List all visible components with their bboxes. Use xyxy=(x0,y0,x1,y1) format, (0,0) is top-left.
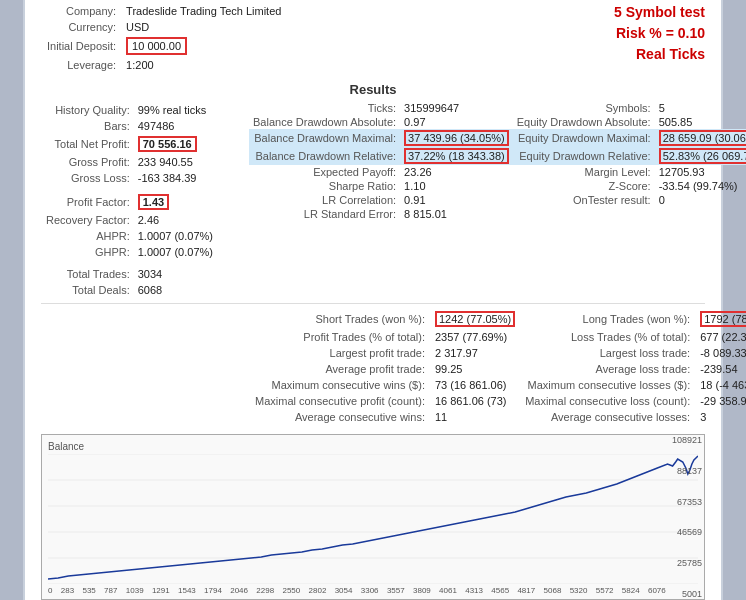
x-label-0: 0 xyxy=(48,586,52,595)
x-label-22: 5572 xyxy=(596,586,614,595)
ahpr-value: 1.0007 (0.07%) xyxy=(135,229,216,243)
bars-value: 497486 xyxy=(135,119,216,133)
x-label-17: 4313 xyxy=(465,586,483,595)
profit-factor-box: 1.43 xyxy=(138,194,169,210)
chart-label: Balance xyxy=(48,441,698,452)
ahpr-label: AHPR: xyxy=(43,229,133,243)
bal-dd-rel-value: 37.22% (18 343.38) xyxy=(400,147,513,165)
gross-profit-value: 233 940.55 xyxy=(135,155,216,169)
ghpr-label: GHPR: xyxy=(43,245,133,259)
avg-consec-losses-label: Average consecutive losses: xyxy=(521,410,694,424)
x-label-9: 2298 xyxy=(256,586,274,595)
eq-dd-rel-box: 52.83% (26 069.75) xyxy=(659,148,746,164)
bars-label: Bars: xyxy=(43,119,133,133)
bal-dd-max-box: 37 439.96 (34.05%) xyxy=(404,130,509,146)
x-label-1: 283 xyxy=(61,586,74,595)
ontester-label: OnTester result: xyxy=(513,193,655,207)
recovery-factor-value: 2.46 xyxy=(135,213,216,227)
max-consec-wins-label: Maximum consecutive wins ($): xyxy=(251,378,429,392)
total-net-profit-label: Total Net Profit: xyxy=(43,135,133,153)
balance-line xyxy=(48,456,698,579)
avg-profit-label: Average profit trade: xyxy=(251,362,429,376)
lr-stderr-label: LR Standard Error: xyxy=(249,207,400,221)
maximal-loss-value: -29 358.99 (6) xyxy=(696,394,746,408)
deposit-label: Initial Deposit: xyxy=(43,36,120,56)
total-trades-label: Total Trades: xyxy=(43,267,133,281)
x-label-18: 4565 xyxy=(491,586,509,595)
x-label-7: 1794 xyxy=(204,586,222,595)
divider1 xyxy=(41,303,705,304)
total-trades-value: 3034 xyxy=(135,267,216,281)
x-label-12: 3054 xyxy=(335,586,353,595)
expected-payoff-value: 23.26 xyxy=(400,165,513,179)
eq-dd-max-box: 28 659.09 (30.06%) xyxy=(659,130,746,146)
avg-profit-value: 99.25 xyxy=(431,362,519,376)
eq-dd-max-value: 28 659.09 (30.06%) xyxy=(655,129,746,147)
x-label-5: 1291 xyxy=(152,586,170,595)
bal-dd-abs-value: 0.97 xyxy=(400,115,513,129)
profit-factor-label: Profit Factor: xyxy=(43,193,133,211)
company-info: Company: Tradeslide Trading Tech Limited… xyxy=(41,2,287,74)
trades-right: Short Trades (won %): 1242 (77.05%) Long… xyxy=(249,308,746,426)
symbols-label: Symbols: xyxy=(513,101,655,115)
gross-loss-label: Gross Loss: xyxy=(43,171,133,185)
stats-section: History Quality: 99% real ticks Bars: 49… xyxy=(41,101,705,299)
short-trades-value: 1242 (77.05%) xyxy=(431,310,519,328)
y-label-3: 46569 xyxy=(654,527,702,537)
avg-consec-wins-value: 11 xyxy=(431,410,519,424)
ontester-value: 0 xyxy=(655,193,746,207)
currency-label: Currency: xyxy=(43,20,120,34)
lr-corr-label: LR Correlation: xyxy=(249,193,400,207)
largest-loss-value: -8 089.33 xyxy=(696,346,746,360)
total-net-profit-value: 70 556.16 xyxy=(135,135,216,153)
y-label-2: 67353 xyxy=(654,497,702,507)
badge-line3: Real Ticks xyxy=(614,44,705,65)
x-axis-labels: 0 283 535 787 1039 1291 1543 1794 2046 2… xyxy=(48,586,698,595)
y-label-4: 25785 xyxy=(654,558,702,568)
y-label-5: 5001 xyxy=(654,589,702,599)
gross-profit-label: Gross Profit: xyxy=(43,155,133,169)
short-trades-box: 1242 (77.05%) xyxy=(435,311,515,327)
sharpe-label: Sharpe Ratio: xyxy=(249,179,400,193)
profit-factor-value: 1.43 xyxy=(135,193,216,211)
sharpe-value: 1.10 xyxy=(400,179,513,193)
total-deals-value: 6068 xyxy=(135,283,216,297)
deposit-value: 10 000.00 xyxy=(122,36,285,56)
badge-line2: Risk % = 0.10 xyxy=(614,23,705,44)
bal-dd-max-label: Balance Drawdown Maximal: xyxy=(249,129,400,147)
symbols-value: 5 xyxy=(655,101,746,115)
bal-dd-abs-label: Balance Drawdown Absolute: xyxy=(249,115,400,129)
balance-chart xyxy=(48,454,698,584)
x-label-23: 5824 xyxy=(622,586,640,595)
bal-dd-rel-box: 37.22% (18 343.38) xyxy=(404,148,509,164)
long-trades-label: Long Trades (won %): xyxy=(521,310,694,328)
x-label-4: 1039 xyxy=(126,586,144,595)
chart-section: Balance 108921 88137 67353 xyxy=(41,434,705,600)
eq-dd-abs-label: Equity Drawdown Absolute: xyxy=(513,115,655,129)
recovery-factor-label: Recovery Factor: xyxy=(43,213,133,227)
side-badge: 5 Symbol test Risk % = 0.10 Real Ticks xyxy=(614,2,705,65)
gross-loss-value: -163 384.39 xyxy=(135,171,216,185)
currency-value: USD xyxy=(122,20,285,34)
results-title: Results xyxy=(41,82,705,97)
largest-profit-label: Largest profit trade: xyxy=(251,346,429,360)
lr-stderr-value: 8 815.01 xyxy=(400,207,513,221)
x-label-11: 2802 xyxy=(309,586,327,595)
trades-section: Short Trades (won %): 1242 (77.05%) Long… xyxy=(41,308,705,426)
avg-consec-wins-label: Average consecutive wins: xyxy=(251,410,429,424)
trades-left xyxy=(41,308,241,426)
chart-wrapper: 108921 88137 67353 46569 25785 5001 xyxy=(48,454,698,584)
long-trades-value: 1792 (78.12%) xyxy=(696,310,746,328)
total-net-profit-box: 70 556.16 xyxy=(138,136,197,152)
avg-loss-label: Average loss trade: xyxy=(521,362,694,376)
profit-trades-value: 2357 (77.69%) xyxy=(431,330,519,344)
zscore-value: -33.54 (99.74%) xyxy=(655,179,746,193)
avg-loss-value: -239.54 xyxy=(696,362,746,376)
company-label: Company: xyxy=(43,4,120,18)
max-consec-losses-label: Maximum consecutive losses ($): xyxy=(521,378,694,392)
lr-corr-value: 0.91 xyxy=(400,193,513,207)
margin-level-label: Margin Level: xyxy=(513,165,655,179)
eq-dd-abs-value: 505.85 xyxy=(655,115,746,129)
eq-dd-rel-label: Equity Drawdown Relative: xyxy=(513,147,655,165)
eq-dd-max-label: Equity Drawdown Maximal: xyxy=(513,129,655,147)
